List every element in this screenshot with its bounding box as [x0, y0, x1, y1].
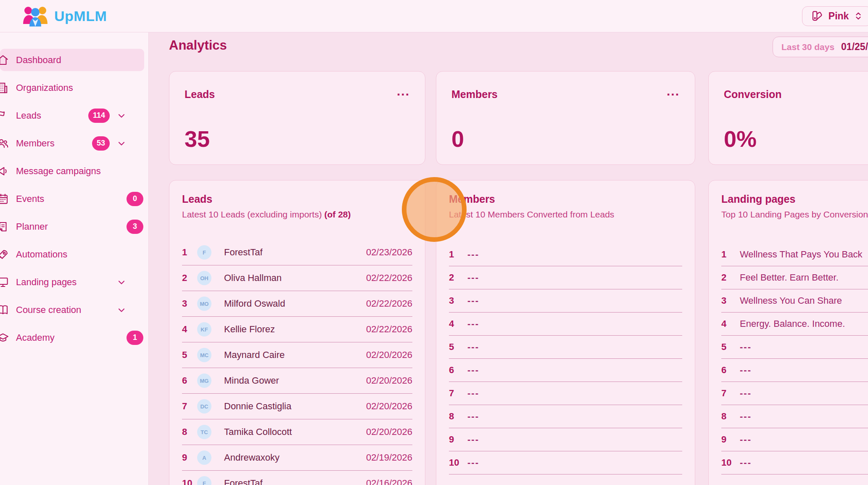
avatar: F	[197, 245, 211, 260]
sidebar-item-label: Course creation	[16, 305, 81, 315]
landing-pages-panel: Landing pages Top 10 Landing Pages by Co…	[708, 180, 868, 485]
member-row: 9 ---	[449, 428, 682, 451]
avatar: OH	[197, 271, 211, 285]
avatar: A	[197, 451, 211, 465]
sidebar-item-message-campaigns[interactable]: Message campaigns	[0, 160, 144, 182]
landing-page-row: 10 ---	[721, 451, 868, 474]
landing-pages-list: 1 Wellness That Pays You Back 2 Feel Bet…	[721, 243, 868, 474]
theme-selector-label: Pink	[828, 11, 849, 22]
sidebar-item-automations[interactable]: Automations	[0, 243, 144, 265]
member-row: 3 ---	[449, 289, 682, 313]
leads-count-badge: 114	[88, 109, 110, 123]
lead-row[interactable]: 3 MO Milford Oswald 02/22/2026	[182, 291, 412, 317]
sidebar-item-label: Events	[16, 193, 44, 204]
landing-page-row[interactable]: 4 Energy. Balance. Income.	[721, 313, 868, 336]
stat-card-members: Members ... 0	[436, 71, 695, 165]
landing-pages-panel-subtitle: Top 10 Landing Pages by Conversions	[721, 209, 868, 220]
header-actions: Pink U	[802, 6, 868, 26]
sidebar-item-label: Message campaigns	[16, 166, 101, 177]
date-range-start: 01/25/20	[841, 41, 868, 53]
lead-row[interactable]: 9 A Andrewaxoky 02/19/2026	[182, 445, 412, 471]
rocket-icon	[0, 248, 9, 261]
landing-page-row[interactable]: 1 Wellness That Pays You Back	[721, 243, 868, 266]
member-row: 4 ---	[449, 313, 682, 336]
member-row: 5 ---	[449, 336, 682, 359]
page-title: Analytics	[169, 38, 227, 53]
members-panel-title: Members	[449, 193, 682, 205]
lead-row[interactable]: 8 TC Tamika Collocott 02/20/2026	[182, 419, 412, 445]
chevron-down-icon	[116, 111, 127, 121]
landing-page-row[interactable]: 3 Wellness You Can Share	[721, 289, 868, 313]
card-menu-button[interactable]: ...	[667, 88, 680, 94]
calendar-icon	[0, 193, 9, 205]
sidebar-item-academy[interactable]: Academy 1	[0, 326, 144, 349]
sidebar-item-label: Organizations	[16, 82, 73, 93]
lead-row[interactable]: 6 MG Minda Gower 02/20/2026	[182, 368, 412, 394]
lead-row[interactable]: 1 F ForestTaf 02/23/2026	[182, 240, 412, 265]
avatar: TC	[197, 425, 211, 439]
member-row: 10 ---	[449, 451, 682, 474]
members-panel-subtitle: Latest 10 Members Converted from Leads	[449, 209, 682, 220]
sidebar-item-members[interactable]: Members 53	[0, 132, 144, 154]
academy-count-badge: 1	[127, 331, 143, 345]
sidebar-item-label: Academy	[16, 332, 55, 343]
members-count-badge: 53	[92, 136, 110, 151]
lead-row[interactable]: 5 MC Maynard Caire 02/20/2026	[182, 342, 412, 368]
people-icon	[0, 137, 9, 150]
member-row: 2 ---	[449, 266, 682, 289]
avatar: F	[197, 476, 211, 485]
palette-swatch-icon	[811, 10, 823, 22]
chevron-down-icon	[116, 138, 127, 148]
sidebar-item-events[interactable]: Events 0	[0, 188, 144, 210]
sidebar-item-label: Leads	[16, 110, 41, 121]
flag-icon	[0, 109, 9, 122]
landing-pages-panel-title: Landing pages	[721, 193, 868, 205]
sidebar-item-planner[interactable]: Planner 3	[0, 215, 144, 238]
stat-card-title: Leads	[185, 88, 215, 101]
chevron-down-icon	[116, 305, 127, 315]
avatar: MG	[197, 374, 211, 388]
stat-card-title: Conversion	[724, 88, 782, 101]
leads-panel-title: Leads	[182, 193, 412, 205]
date-range-picker[interactable]: Last 30 days 01/25/20	[773, 37, 868, 57]
avatar: MC	[197, 348, 211, 362]
members-panel: Members Latest 10 Members Converted from…	[436, 180, 695, 485]
members-list: 1 --- 2 --- 3 --- 4 --- 5 --- 6 --- 7 --…	[449, 243, 682, 474]
planner-count-badge: 3	[127, 220, 143, 234]
megaphone-icon	[0, 165, 9, 178]
sidebar-item-leads[interactable]: Leads 114	[0, 104, 144, 127]
landing-page-row: 9 ---	[721, 428, 868, 451]
up-down-chevron-icon	[854, 11, 863, 21]
sidebar-item-landing-pages[interactable]: Landing pages	[0, 271, 144, 293]
avatar: MO	[197, 297, 211, 311]
stat-card-value: 0	[451, 126, 680, 152]
lead-row[interactable]: 10 F ForestTaf 02/16/2026	[182, 471, 412, 485]
lead-row[interactable]: 7 DC Donnie Castiglia 02/20/2026	[182, 394, 412, 419]
sidebar-item-label: Dashboard	[16, 55, 61, 66]
member-row: 7 ---	[449, 382, 682, 405]
sidebar-item-dashboard[interactable]: Dashboard	[0, 49, 144, 71]
brand: UpMLM	[22, 5, 107, 27]
chevron-down-icon	[116, 277, 127, 287]
stat-card-value: 0%	[724, 126, 868, 152]
stat-card-value: 35	[185, 126, 410, 152]
sidebar: Dashboard Organizations Leads 114 Member…	[0, 32, 149, 485]
landing-page-row[interactable]: 2 Feel Better. Earn Better.	[721, 266, 868, 289]
sidebar-item-organizations[interactable]: Organizations	[0, 77, 144, 99]
building-icon	[0, 82, 9, 94]
sidebar-item-label: Landing pages	[16, 277, 77, 288]
member-row: 1 ---	[449, 243, 682, 266]
lead-row[interactable]: 4 KF Kellie Florez 02/22/2026	[182, 317, 412, 342]
monitor-icon	[0, 276, 9, 289]
app-header: UpMLM Pink U	[0, 0, 868, 32]
lead-row[interactable]: 2 OH Oliva Hallman 02/22/2026	[182, 265, 412, 291]
member-row: 6 ---	[449, 359, 682, 382]
avatar: KF	[197, 322, 211, 337]
graduation-cap-icon	[0, 331, 9, 344]
sidebar-item-course-creation[interactable]: Course creation	[0, 299, 144, 321]
leads-list: 1 F ForestTaf 02/23/2026 2 OH Oliva Hall…	[182, 240, 412, 485]
card-menu-button[interactable]: ...	[397, 88, 410, 94]
theme-selector-button[interactable]: Pink	[802, 6, 868, 26]
stat-card-conversion: Conversion 0%	[708, 71, 868, 165]
avatar: DC	[197, 399, 211, 413]
